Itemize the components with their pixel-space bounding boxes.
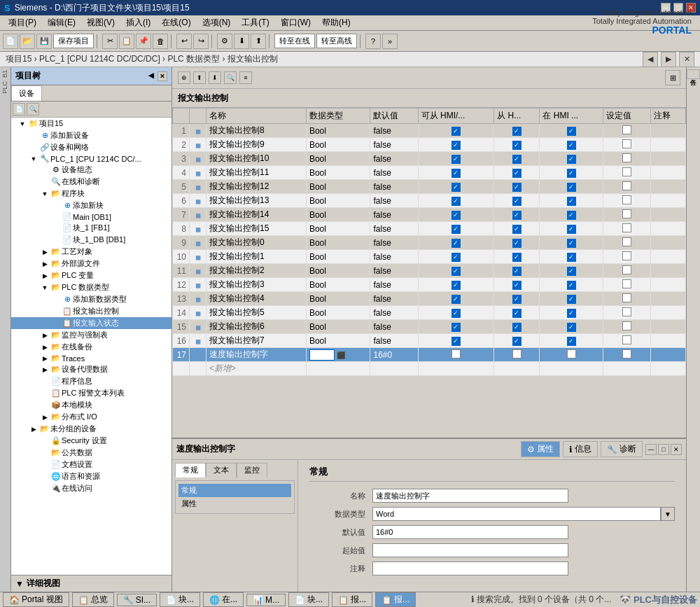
table-tb3[interactable]: ⬇ xyxy=(209,71,221,84)
new-button[interactable]: 📄 xyxy=(3,34,18,49)
name-input[interactable] xyxy=(372,489,568,503)
menu-window[interactable]: 窗口(W) xyxy=(275,15,316,30)
datatype-input[interactable] xyxy=(372,507,661,521)
status-overview[interactable]: 📋 总览 xyxy=(72,592,114,607)
help-button[interactable]: ? xyxy=(365,34,381,49)
delete-button[interactable]: 🗑 xyxy=(153,34,168,49)
tree-item-doc-settings[interactable]: 📄 文档设置 xyxy=(11,459,172,470)
tree-item-tech-objects[interactable]: ▶ 📂 工艺对象 xyxy=(11,246,172,258)
tree-item-unclassified[interactable]: ▶ 📂 未分组的设备 xyxy=(11,423,172,435)
go-offline-label[interactable]: 转至高线 xyxy=(316,34,357,48)
left-tab-b1[interactable]: B1 xyxy=(1,69,9,79)
tree-item-add-block[interactable]: ⊕ 添加新块 xyxy=(11,200,172,211)
open-button[interactable]: 📂 xyxy=(20,34,35,49)
status-si[interactable]: 🔧 SI... xyxy=(117,594,157,606)
tree-item-program-block[interactable]: ▼ 📂 程序块 xyxy=(11,188,172,200)
redo-button[interactable]: ↪ xyxy=(193,34,209,49)
tree-item-msg-in-status[interactable]: 📋 报文输入状态 xyxy=(11,317,172,329)
tree-item-plc1[interactable]: ▼ 🔧 PLC_1 [CPU 1214C DC/... xyxy=(11,153,172,164)
comment-input[interactable] xyxy=(372,561,568,575)
menu-options[interactable]: 选项(N) xyxy=(197,15,237,30)
download-button[interactable]: ⬇ xyxy=(234,34,249,49)
status-portal-view[interactable]: 🏠 Portal 视图 xyxy=(3,592,69,607)
tree-item-lang-resources[interactable]: 🌐 语言和资源 xyxy=(11,470,172,482)
table-tb4[interactable]: 🔍 xyxy=(224,71,237,84)
bp-tab-properties[interactable]: ⚙ 属性 xyxy=(521,441,560,457)
table-tb1[interactable]: ⊕ xyxy=(178,71,190,84)
tree-item-online-backup[interactable]: ▶ 📂 在线备份 xyxy=(11,341,172,353)
sidebar-tb2[interactable]: 🔍 xyxy=(27,103,39,116)
cut-button[interactable]: ✂ xyxy=(102,34,118,49)
tree-item-block1db[interactable]: 📄 块_1_DB [DB1] xyxy=(11,234,172,246)
save-button[interactable]: 💾 xyxy=(36,34,52,49)
compile-button[interactable]: ⚙ xyxy=(217,34,232,49)
sidebar-collapse-btn[interactable]: ◀ xyxy=(147,71,155,81)
tree-item-dist-io[interactable]: ▶ 📂 分布式 I/O xyxy=(11,411,172,423)
tree-item-online-access[interactable]: 🔌 在线访问 xyxy=(11,482,172,494)
tree-item-plc-alarms[interactable]: 📋 PLC 报警文本列表 xyxy=(11,387,172,399)
detail-view-toggle[interactable]: ▼ 详细视图 xyxy=(11,575,172,592)
status-block2[interactable]: 📄 块... xyxy=(288,592,329,607)
tree-item-device-proxy[interactable]: ▶ 📂 设备代理数据 xyxy=(11,363,172,375)
tree-item-msg-out-ctrl[interactable]: 📋 报文输出控制 xyxy=(11,305,172,317)
table-tb5[interactable]: ≡ xyxy=(239,71,252,84)
status-block[interactable]: 📄 块... xyxy=(160,592,200,607)
table-expand-btn[interactable]: ⊞ xyxy=(665,70,680,85)
tree-item-plc-vars[interactable]: ▶ 📂 PLC 变量 xyxy=(11,270,172,281)
sidebar-close-btn[interactable]: ✕ xyxy=(158,71,167,81)
go-online-label[interactable]: 转至在线 xyxy=(274,34,315,48)
table-tb2[interactable]: ⬆ xyxy=(193,71,206,84)
status-report2[interactable]: 📋 报... xyxy=(375,592,416,607)
bc-next[interactable]: ▶ xyxy=(661,52,676,67)
menu-online[interactable]: 在线(O) xyxy=(156,15,196,30)
bp-close-btn[interactable]: ✕ xyxy=(671,444,682,455)
bl-tab-text[interactable]: 文本 xyxy=(206,463,237,477)
status-m[interactable]: 📊 M... xyxy=(246,594,286,606)
copy-button[interactable]: 📋 xyxy=(119,34,134,49)
sidebar-tb1[interactable]: 📄 xyxy=(13,103,25,116)
tree-item-program-info[interactable]: 📄 程序信息 xyxy=(11,375,172,387)
tree-item-public-data[interactable]: 📂 公共数据 xyxy=(11,447,172,459)
menu-insert[interactable]: 插入(I) xyxy=(120,15,156,30)
menu-project[interactable]: 项目(P) xyxy=(3,15,42,30)
startval-input[interactable] xyxy=(372,543,568,557)
bp-tab-diag[interactable]: 🔧 诊断 xyxy=(601,441,643,457)
tree-item-traces[interactable]: ▶ 📂 Traces xyxy=(11,353,172,363)
tree-item-local-modules[interactable]: 📦 本地模块 xyxy=(11,399,172,411)
tree-item-monitor[interactable]: ▶ 📂 监控与强制表 xyxy=(11,329,172,341)
status-online[interactable]: 🌐 在... xyxy=(203,592,244,607)
tree-item-project15[interactable]: ▼ 📁 项目15 xyxy=(11,118,172,130)
menu-edit[interactable]: 编辑(E) xyxy=(42,15,81,30)
more-button[interactable]: » xyxy=(382,34,398,49)
tree-item-add-device[interactable]: ⊕ 添加新设备 xyxy=(11,130,172,141)
bp-minimize-btn[interactable]: — xyxy=(645,444,657,455)
tree-item-main[interactable]: 📄 Main [OB1] xyxy=(11,211,172,222)
default-input[interactable] xyxy=(372,525,568,539)
bl-tab-normal[interactable]: 常规 xyxy=(175,463,206,477)
bl-tab-monitor[interactable]: 监控 xyxy=(237,463,267,477)
tree-item-device-config[interactable]: ⚙ 设备组态 xyxy=(11,164,172,176)
bl-section-properties[interactable]: 属性 xyxy=(178,497,291,510)
tree-item-ext-sources[interactable]: ▶ 📂 外部源文件 xyxy=(11,258,172,270)
bl-section-general[interactable]: 常规 xyxy=(178,484,291,497)
bp-tab-info[interactable]: ℹ 信息 xyxy=(563,441,598,457)
menu-help[interactable]: 帮助(H) xyxy=(316,15,356,30)
status-report1[interactable]: 📋 报... xyxy=(332,592,372,607)
tree-item-security[interactable]: 🔒 Security 设置 xyxy=(11,435,172,447)
left-tab-plc[interactable]: PLC xyxy=(1,80,9,95)
bc-close[interactable]: ✕ xyxy=(679,52,694,67)
bc-prev[interactable]: ◀ xyxy=(643,52,658,67)
tree-item-online-diag[interactable]: 🔍 在线和诊断 xyxy=(11,176,172,188)
menu-view[interactable]: 视图(V) xyxy=(81,15,120,30)
tree-item-plc-data-types[interactable]: ▼ 📂 PLC 数据类型 xyxy=(11,281,172,293)
bp-restore-btn[interactable]: □ xyxy=(658,444,669,455)
undo-button[interactable]: ↩ xyxy=(176,34,192,49)
menu-tools[interactable]: 工具(T) xyxy=(236,15,274,30)
paste-button[interactable]: 📌 xyxy=(136,34,151,49)
tree-item-devices-networks[interactable]: 🔗 设备和网络 xyxy=(11,141,172,153)
sidebar-tab-device[interactable]: 设备 xyxy=(11,85,42,101)
tree-item-add-data-type[interactable]: ⊕ 添加新数据类型 xyxy=(11,293,172,305)
save-project-label[interactable]: 保存项目 xyxy=(53,34,94,48)
data-table-wrapper[interactable]: 名称 数据类型 默认值 可从 HMI/... 从 H... 在 HMI ... … xyxy=(172,108,686,438)
tree-item-block1[interactable]: 📄 块_1 [FB1] xyxy=(11,222,172,234)
